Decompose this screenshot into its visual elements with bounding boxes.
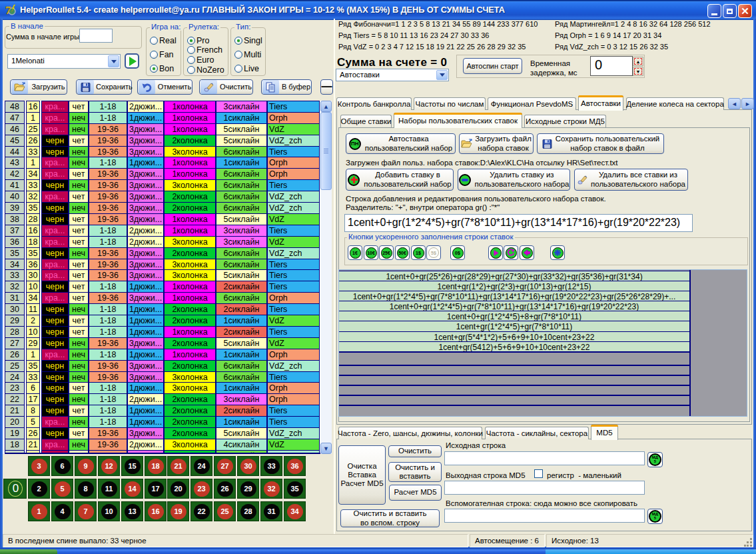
svg-text:7: 7 [5,4,11,16]
